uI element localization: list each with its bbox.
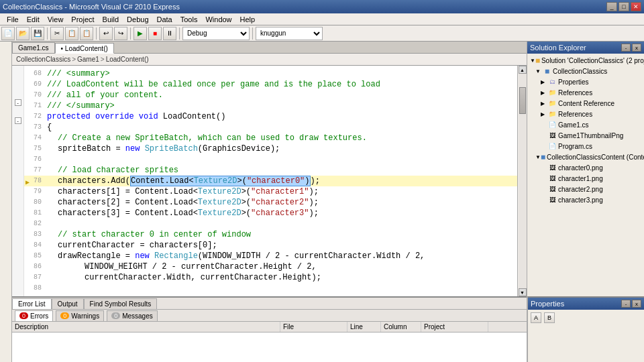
tree-game1cs[interactable]: 📄 Game1.cs bbox=[539, 119, 643, 130]
code-line-74: 74 // Create a new SpriteBatch, which ca… bbox=[24, 133, 517, 143]
code-line-76: 76 bbox=[24, 154, 517, 165]
menu-view[interactable]: View bbox=[44, 15, 68, 24]
code-line-84: 84 currentCharacter = characters[0]; bbox=[24, 240, 517, 251]
code-line-87: 87 currentCharacter.Width, currentCharac… bbox=[24, 272, 517, 283]
menu-build[interactable]: Build bbox=[99, 15, 123, 24]
cut-button[interactable]: ✂ bbox=[50, 27, 64, 40]
tree-char0[interactable]: 🖼 character0.png bbox=[539, 162, 643, 173]
props-btn1[interactable]: - bbox=[621, 300, 631, 308]
save-button[interactable]: 💾 bbox=[31, 27, 44, 40]
properties-panel: Properties - x A B bbox=[527, 296, 644, 362]
menu-edit[interactable]: Edit bbox=[23, 15, 44, 24]
pause-button[interactable]: ⏸ bbox=[163, 27, 176, 40]
col-description: Description bbox=[12, 322, 280, 332]
tree-references2[interactable]: ▶ 📁 References bbox=[539, 109, 643, 119]
code-line-69: 69 /// LoadContent will be called once p… bbox=[24, 79, 517, 90]
breadcrumb-3[interactable]: LoadContent() bbox=[105, 56, 150, 63]
error-count: 0 bbox=[19, 312, 28, 319]
code-line-77: 77 // load character sprites bbox=[24, 165, 517, 176]
sol-exp-btn2[interactable]: x bbox=[632, 44, 641, 52]
left-panel bbox=[0, 42, 12, 362]
sol-exp-btn1[interactable]: - bbox=[621, 44, 631, 52]
tree-project-content[interactable]: ▼ ◼ CollectionClassicsContent (Content) bbox=[534, 152, 643, 162]
new-button[interactable]: 📄 bbox=[1, 27, 15, 40]
code-line-85: 85 drawRectangle = new Rectangle(WINDOW_… bbox=[24, 251, 517, 261]
code-line-82: 82 bbox=[24, 219, 517, 229]
filter-errors[interactable]: 0 Errors bbox=[15, 310, 53, 321]
vertical-scrollbar[interactable]: ▲ ▼ bbox=[517, 66, 527, 296]
code-line-83: 83 // start character 0 in center of win… bbox=[24, 229, 517, 240]
breadcrumb-2[interactable]: Game1 bbox=[76, 56, 101, 63]
tree-char1[interactable]: 🖼 character1.png bbox=[539, 173, 643, 184]
platform-dropdown[interactable]: knuggun bbox=[256, 27, 323, 40]
tab-error-list[interactable]: Error List bbox=[12, 298, 52, 309]
tree-properties[interactable]: ▶ 🗂 Properties bbox=[539, 76, 643, 87]
props-btn2[interactable]: x bbox=[632, 300, 641, 308]
open-button[interactable]: 📂 bbox=[16, 27, 30, 40]
scroll-track[interactable] bbox=[519, 74, 527, 288]
error-filter-bar: 0 Errors 0 Warnings 0 Messages bbox=[12, 310, 527, 322]
copy-button[interactable]: 📋 bbox=[65, 27, 78, 40]
breadcrumb-1[interactable]: CollectionClassics bbox=[15, 56, 72, 63]
maximize-button[interactable]: □ bbox=[619, 2, 629, 11]
redo-button[interactable]: ↪ bbox=[114, 27, 127, 40]
warning-count: 0 bbox=[60, 312, 69, 319]
code-content[interactable]: 68 /// <summary> 69 /// LoadContent will… bbox=[24, 66, 517, 296]
menu-debug[interactable]: Debug bbox=[123, 15, 152, 24]
tab-game1[interactable]: Game1.cs bbox=[12, 42, 55, 53]
solution-tree: ▼ ◼ Solution 'CollectionClassics' (2 pro… bbox=[527, 54, 644, 296]
code-editor: - - 68 /// <summary> 69 /// LoadContent … bbox=[12, 66, 527, 296]
stop-button[interactable]: ■ bbox=[148, 27, 162, 40]
separator3 bbox=[130, 27, 131, 40]
tab-loadcontent[interactable]: • LoadContent() bbox=[55, 43, 114, 54]
menu-help[interactable]: Help bbox=[236, 15, 260, 24]
tree-content-ref[interactable]: ▶ 📁 Content Reference bbox=[539, 98, 643, 109]
tree-char2[interactable]: 🖼 character2.png bbox=[539, 184, 643, 194]
tab-output[interactable]: Output bbox=[52, 298, 84, 309]
tab-find-results[interactable]: Find Symbol Results bbox=[84, 298, 158, 309]
window-controls: _ □ ✕ bbox=[606, 2, 641, 11]
props-btn-b[interactable]: B bbox=[544, 312, 555, 323]
menu-file[interactable]: File bbox=[3, 15, 23, 24]
title-bar: CollectionClassics - Microsoft Visual C#… bbox=[0, 0, 644, 13]
menu-project[interactable]: Project bbox=[67, 15, 98, 24]
col-file: File bbox=[280, 322, 347, 332]
tree-project-main[interactable]: ▼ ◼ CollectionClassics bbox=[534, 66, 643, 76]
filter-messages[interactable]: 0 Messages bbox=[107, 310, 158, 321]
tree-solution[interactable]: ▼ ◼ Solution 'CollectionClassics' (2 pro… bbox=[529, 55, 643, 66]
minimize-button[interactable]: _ bbox=[606, 2, 617, 11]
close-button[interactable]: ✕ bbox=[631, 2, 641, 11]
tree-thumbnail[interactable]: 🖼 Game1ThumbnailPng bbox=[539, 130, 643, 141]
config-dropdown[interactable]: Debug bbox=[182, 27, 250, 40]
props-btn-a[interactable]: A bbox=[531, 312, 541, 323]
code-area: Game1.cs • LoadContent() CollectionClass… bbox=[12, 42, 527, 362]
menu-window[interactable]: Window bbox=[201, 15, 235, 24]
error-tab-bar: Error List Output Find Symbol Results bbox=[12, 298, 527, 310]
filter-warnings[interactable]: 0 Warnings bbox=[56, 310, 104, 321]
collapse-btn-1[interactable]: - bbox=[15, 99, 21, 106]
start-button[interactable]: ▶ bbox=[133, 27, 147, 40]
separator bbox=[47, 27, 48, 40]
undo-button[interactable]: ↩ bbox=[99, 27, 113, 40]
tree-programcs[interactable]: 📄 Program.cs bbox=[539, 141, 643, 152]
solution-explorer-titlebar: Solution Explorer - x bbox=[527, 42, 644, 54]
scroll-down[interactable]: ▼ bbox=[519, 288, 527, 296]
tree-char3[interactable]: 🖼 character3.png bbox=[539, 194, 643, 205]
error-table: Description File Line Column Project bbox=[12, 322, 527, 362]
code-line-72: 72 protected override void LoadContent() bbox=[24, 111, 517, 122]
col-project: Project bbox=[421, 322, 488, 332]
scroll-up[interactable]: ▲ bbox=[519, 66, 527, 74]
code-line-80: 80 characters[2] = Content.Load<Texture2… bbox=[24, 197, 517, 208]
menu-tools[interactable]: Tools bbox=[176, 15, 202, 24]
editor-tab-bar: Game1.cs • LoadContent() bbox=[12, 42, 527, 54]
debug-arrow: ▶ bbox=[25, 178, 30, 188]
paste-button[interactable]: 📋 bbox=[80, 27, 93, 40]
collapse-btn-2[interactable]: - bbox=[15, 117, 21, 124]
code-line-86: 86 WINDOW_HEIGHT / 2 - currentCharacter.… bbox=[24, 261, 517, 272]
breadcrumb-bar: CollectionClassics > Game1 > LoadContent… bbox=[12, 54, 527, 66]
menu-data[interactable]: Data bbox=[153, 15, 176, 24]
col-line: Line bbox=[347, 322, 381, 332]
tree-references[interactable]: ▶ 📁 References bbox=[539, 87, 643, 98]
separator4 bbox=[179, 27, 180, 40]
scroll-thumb[interactable] bbox=[519, 87, 526, 114]
